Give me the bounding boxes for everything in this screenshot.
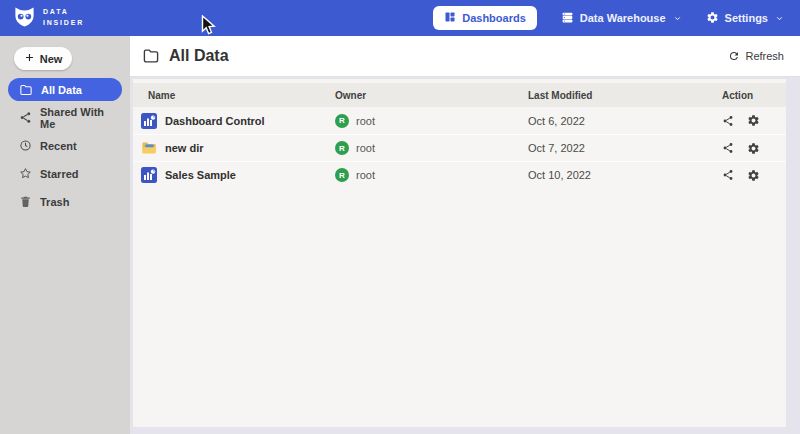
clock-icon — [19, 139, 32, 152]
column-header-last-modified: Last Modified — [528, 90, 722, 101]
folder-icon — [19, 83, 33, 97]
gear-icon[interactable] — [747, 169, 760, 182]
share-icon[interactable] — [722, 169, 734, 181]
table-row[interactable]: new dir R root Oct 7, 2022 — [133, 134, 786, 161]
table-header-row: Name Owner Last Modified Action — [133, 83, 786, 107]
share-icon[interactable] — [722, 115, 734, 127]
refresh-icon — [728, 50, 740, 62]
data-warehouse-label: Data Warehouse — [580, 12, 666, 24]
new-button[interactable]: New — [14, 47, 72, 70]
sidebar-menu: All Data Shared With Me Recent — [0, 78, 130, 213]
column-header-owner: Owner — [335, 90, 528, 101]
gear-icon[interactable] — [747, 114, 760, 127]
owner-avatar: R — [335, 168, 349, 182]
file-table: Name Owner Last Modified Action — [133, 79, 786, 427]
logo-wordmark: DATA INSIDER — [43, 7, 84, 29]
page-header: All Data Refresh — [130, 36, 800, 77]
dashboards-button[interactable]: Dashboards — [433, 6, 537, 30]
logo-line2: INSIDER — [43, 18, 84, 29]
sidebar-item-label: Starred — [40, 168, 79, 180]
file-name[interactable]: Dashboard Control — [165, 115, 265, 127]
owner-name: root — [356, 169, 375, 181]
star-icon — [19, 167, 32, 180]
dashboard-file-icon — [141, 167, 157, 183]
last-modified-date: Oct 6, 2022 — [528, 115, 722, 127]
gear-icon — [706, 11, 719, 26]
page-title: All Data — [169, 47, 229, 65]
settings-label: Settings — [725, 12, 768, 24]
last-modified-date: Oct 10, 2022 — [528, 169, 722, 181]
table-row[interactable]: Sales Sample R root Oct 10, 2022 — [133, 161, 786, 188]
file-name[interactable]: new dir — [165, 142, 204, 154]
refresh-label: Refresh — [745, 50, 784, 62]
sidebar-item-shared-with-me[interactable]: Shared With Me — [8, 106, 122, 129]
navbar-menu: Dashboards Data Warehouse — [433, 6, 784, 30]
new-button-label: New — [40, 53, 63, 65]
last-modified-date: Oct 7, 2022 — [528, 142, 722, 154]
sidebar-item-starred[interactable]: Starred — [8, 162, 122, 185]
gear-icon[interactable] — [747, 142, 760, 155]
dashboard-grid-icon — [444, 11, 456, 25]
sidebar-item-label: Recent — [40, 140, 77, 152]
dashboard-file-icon — [141, 113, 157, 129]
owl-logo-icon — [13, 5, 36, 32]
column-header-name: Name — [133, 90, 335, 101]
table-row[interactable]: Dashboard Control R root Oct 6, 2022 — [133, 107, 786, 134]
plus-icon — [24, 52, 35, 65]
sidebar-item-label: Trash — [40, 196, 69, 208]
database-icon — [561, 11, 574, 26]
sidebar-item-recent[interactable]: Recent — [8, 134, 122, 157]
sidebar-item-all-data[interactable]: All Data — [8, 78, 122, 101]
content-area: Name Owner Last Modified Action — [130, 77, 800, 434]
sidebar-item-trash[interactable]: Trash — [8, 190, 122, 213]
file-name[interactable]: Sales Sample — [165, 169, 236, 181]
data-warehouse-menu[interactable]: Data Warehouse — [561, 11, 682, 26]
column-header-action: Action — [722, 90, 786, 101]
owner-avatar: R — [335, 114, 349, 128]
sidebar-item-label: All Data — [41, 84, 82, 96]
owner-name: root — [356, 142, 375, 154]
chevron-down-icon — [673, 14, 682, 23]
settings-menu[interactable]: Settings — [706, 11, 784, 26]
refresh-button[interactable]: Refresh — [728, 50, 784, 62]
chevron-down-icon — [775, 14, 784, 23]
folder-icon — [142, 47, 160, 65]
owner-avatar: R — [335, 141, 349, 155]
share-icon — [19, 111, 32, 124]
app-logo: DATA INSIDER — [13, 5, 84, 32]
trash-icon — [19, 195, 32, 208]
owner-name: root — [356, 115, 375, 127]
logo-line1: DATA — [43, 7, 84, 18]
sidebar-item-label: Shared With Me — [40, 106, 122, 130]
folder-file-icon — [141, 140, 157, 156]
share-icon[interactable] — [722, 142, 734, 154]
sidebar: New All Data Shared With Me — [0, 36, 130, 434]
dashboards-label: Dashboards — [462, 12, 526, 24]
data-insider-app: DATA INSIDER Dashboards — [0, 0, 800, 434]
top-navbar: DATA INSIDER Dashboards — [0, 0, 800, 36]
